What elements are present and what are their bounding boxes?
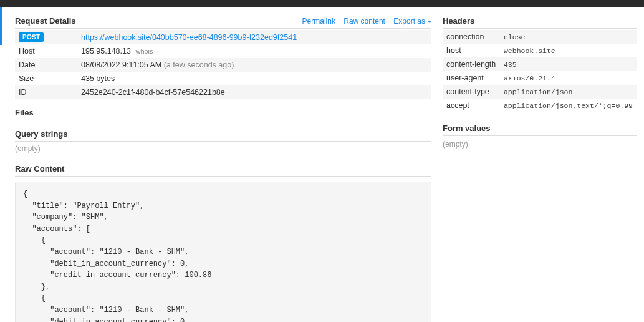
form-values-section: Form values (empty) xyxy=(443,124,637,151)
header-value: webhook.site xyxy=(500,44,637,57)
left-column: Request Details Permalink Raw content Ex… xyxy=(15,16,431,322)
table-row: accept application/json,text/*;q=0.99 xyxy=(443,99,637,112)
table-row: POST https://webhook.site/040bb570-ee68-… xyxy=(15,30,431,44)
header-key: user-agent xyxy=(443,71,500,85)
raw-content-section: Raw Content { "title": "Payroll Entry", … xyxy=(15,164,431,322)
raw-content-link[interactable]: Raw content xyxy=(344,17,385,26)
files-title: Files xyxy=(15,108,431,120)
right-column: Headers connection close host webhook.si… xyxy=(443,16,637,322)
form-values-title: Form values xyxy=(443,124,637,136)
headers-table: connection close host webhook.site conte… xyxy=(443,30,637,112)
query-strings-title: Query strings xyxy=(15,129,431,142)
request-details-table: POST https://webhook.site/040bb570-ee68-… xyxy=(15,30,431,99)
size-label: Size xyxy=(15,72,77,85)
header-value: axios/0.21.4 xyxy=(500,71,637,85)
header-value: application/json xyxy=(500,85,637,99)
date-label: Date xyxy=(15,58,77,72)
query-strings-section: Query strings (empty) xyxy=(15,129,431,155)
whois-link[interactable]: whois xyxy=(135,47,153,55)
header-key: content-type xyxy=(443,85,500,99)
table-row: user-agent axios/0.21.4 xyxy=(443,71,637,85)
header-key: content-length xyxy=(443,57,500,71)
files-section: Files xyxy=(15,108,431,120)
request-details-title: Request Details xyxy=(15,16,76,26)
header-value: application/json,text/*;q=0.99 xyxy=(500,99,637,112)
header-value: close xyxy=(500,30,637,44)
table-row: connection close xyxy=(443,30,637,44)
header-key: host xyxy=(443,44,500,57)
host-label: Host xyxy=(15,44,77,58)
table-row: host webhook.site xyxy=(443,44,637,57)
request-details-header: Request Details Permalink Raw content Ex… xyxy=(15,16,431,29)
table-row: content-length 435 xyxy=(443,57,637,71)
page-content: Request Details Permalink Raw content Ex… xyxy=(0,7,644,322)
raw-content-body[interactable]: { "title": "Payroll Entry", "company": "… xyxy=(15,182,431,322)
date-relative: (a few seconds ago) xyxy=(164,61,234,69)
table-row: ID 2452e240-2c1f-480d-b4cf-57e546221b8e xyxy=(15,85,431,99)
request-actions: Permalink Raw content Export as xyxy=(296,17,431,26)
date-value: 08/08/2022 9:11:05 AM xyxy=(81,61,161,69)
table-row: Size 435 bytes xyxy=(15,72,431,85)
size-value: 435 bytes xyxy=(77,72,431,85)
form-values-empty: (empty) xyxy=(443,137,637,151)
id-label: ID xyxy=(15,85,77,99)
top-nav-bar xyxy=(0,0,644,7)
table-row: Date 08/08/2022 9:11:05 AM (a few second… xyxy=(15,58,431,72)
raw-content-title: Raw Content xyxy=(15,164,431,177)
query-strings-empty: (empty) xyxy=(15,142,431,155)
headers-title: Headers xyxy=(443,16,637,29)
export-as-dropdown[interactable]: Export as xyxy=(393,17,431,26)
host-value: 195.95.148.13 xyxy=(81,47,131,56)
table-row: Host 195.95.148.13 whois xyxy=(15,44,431,58)
id-value: 2452e240-2c1f-480d-b4cf-57e546221b8e xyxy=(77,85,431,99)
method-badge: POST xyxy=(19,32,44,42)
header-value: 435 xyxy=(500,57,637,71)
table-row: content-type application/json xyxy=(443,85,637,99)
header-key: connection xyxy=(443,30,500,44)
permalink-link[interactable]: Permalink xyxy=(302,17,335,26)
request-url-link[interactable]: https://webhook.site/040bb570-ee68-4896-… xyxy=(81,33,297,42)
sidebar-active-indicator xyxy=(0,7,2,45)
header-key: accept xyxy=(443,99,500,112)
